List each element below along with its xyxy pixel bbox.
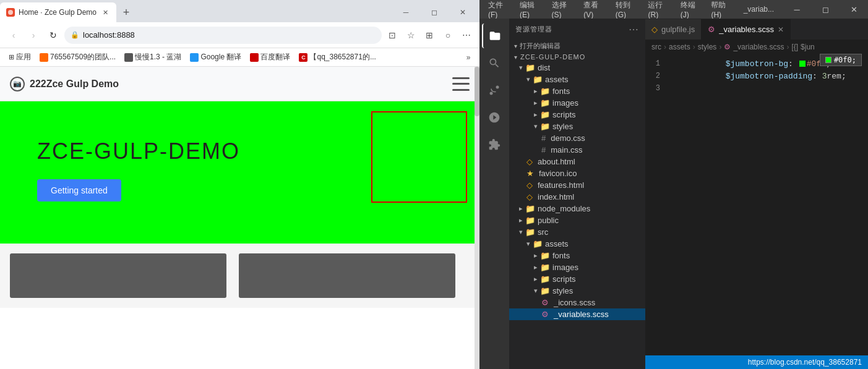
minimize-button[interactable]: ─ (392, 2, 420, 22)
activity-source-control[interactable] (482, 78, 507, 103)
refresh-button[interactable]: ↻ (45, 27, 62, 44)
vscode-maximize[interactable]: ◻ (811, 0, 840, 19)
tree-variables-scss[interactable]: ⚙ _variables.scss (509, 308, 645, 320)
folder-icon-public: 📁 (525, 216, 535, 225)
tree-icons-scss[interactable]: ⚙ _icons.scss (509, 297, 645, 308)
tab-gulpfile[interactable]: ◇ gulpfile.js (645, 19, 702, 40)
profile-icon[interactable]: ○ (440, 27, 456, 43)
line-num-2: 2 (645, 72, 668, 80)
tree-about-html[interactable]: ◇ about.html (509, 156, 645, 168)
tab-variables-scss[interactable]: ⚙ _variables.scss ✕ (702, 19, 791, 40)
tab-close-button[interactable]: ✕ (100, 7, 110, 17)
vscode-menu-bar: 文件(F) 编辑(E) 选择(S) 查看(V) 转到(G) 运行(R) 终端(J… (479, 0, 783, 19)
tree-main-css[interactable]: # main.css (509, 144, 645, 156)
url-text: localhost:8888 (83, 30, 376, 40)
menu-file[interactable]: 文件(F) (483, 0, 515, 19)
folder-icon-fonts: 📁 (540, 87, 550, 96)
folder-icon-src-images: 📁 (540, 263, 550, 272)
src-label: src (538, 227, 548, 237)
activity-search[interactable] (482, 51, 507, 75)
bookmark-icon-lanhu (124, 53, 133, 62)
tree-fonts[interactable]: 📁 fonts (509, 85, 645, 97)
scrollbar-thumb[interactable] (475, 67, 479, 116)
tree-root[interactable]: ZCE-GULP-DEMO (509, 52, 645, 62)
editor-body[interactable]: 1 $jumbotron-bg: #0f0; 2 $jumbotron-padd… (645, 54, 868, 355)
bookmark-team[interactable]: 765567509的团队... (36, 51, 119, 64)
url-bar[interactable]: 🔒 localhost:8888 (64, 27, 382, 44)
bookmark-lanhu[interactable]: 慢慢1.3 - 蓝湖 (121, 51, 185, 64)
back-button[interactable]: ‹ (5, 27, 22, 44)
tree-dist-assets[interactable]: 📁 assets (509, 74, 645, 85)
scrollbar[interactable] (475, 67, 479, 369)
sidebar-more-button[interactable]: ⋯ (629, 23, 639, 35)
tree-demo-css[interactable]: # demo.css (509, 132, 645, 144)
menu-view[interactable]: 查看(V) (578, 0, 611, 19)
tree-index-html[interactable]: ◇ index.html (509, 191, 645, 203)
tree-src-fonts[interactable]: 📁 fonts (509, 250, 645, 261)
menu-edit[interactable]: 编辑(E) (515, 0, 547, 19)
tab-close-x-button[interactable]: ✕ (778, 25, 784, 34)
folder-icon-scripts: 📁 (540, 110, 550, 119)
more-icon[interactable]: ⋯ (458, 27, 475, 43)
assets-label: assets (545, 75, 569, 84)
close-button[interactable]: ✕ (449, 2, 477, 22)
bookmark-google-translate[interactable]: Google 翻译 (186, 51, 245, 64)
tree-src-images[interactable]: 📁 images (509, 261, 645, 273)
activity-run-debug[interactable] (482, 105, 507, 130)
bookmarks-more-button[interactable]: » (462, 51, 475, 64)
tree-src[interactable]: 📁 src (509, 226, 645, 238)
menu-extra[interactable]: _variab... (739, 0, 779, 19)
tree-features-html[interactable]: ◇ features.html (509, 179, 645, 191)
sidebar-title: 资源管理器 (515, 25, 552, 34)
activity-explorer[interactable] (482, 23, 507, 48)
project-name: ZCE-GULP-DEMO (520, 53, 585, 61)
tree-favicon[interactable]: ★ favicon.ico (509, 168, 645, 179)
tree-dist[interactable]: 📁 dist (509, 62, 645, 74)
cast-icon[interactable]: ⊡ (384, 27, 400, 43)
svg-point-0 (8, 10, 13, 15)
tab-gulpfile-label: gulpfile.js (661, 25, 695, 34)
bookmark-icon[interactable]: ☆ (403, 27, 419, 43)
maximize-button[interactable]: ◻ (420, 2, 449, 22)
vscode-panel: 文件(F) 编辑(E) 选择(S) 查看(V) 转到(G) 运行(R) 终端(J… (479, 0, 868, 369)
extension-icon[interactable]: ⊞ (421, 27, 437, 43)
folder-icon-src-assets: 📁 (533, 239, 543, 248)
sidebar-header: 资源管理器 ⋯ (509, 19, 645, 40)
tree-src-styles[interactable]: 📁 styles (509, 285, 645, 297)
about-html-label: about.html (538, 157, 575, 166)
bookmark-baidu-translate[interactable]: 百度翻译 (246, 51, 294, 64)
folder-icon-images: 📁 (540, 98, 550, 108)
tab-bar: Home · Zce Gulp Demo ✕ + ─ ◻ ✕ (0, 0, 479, 22)
hero-cta-button[interactable]: Getting started (37, 179, 121, 201)
vscode-close[interactable]: ✕ (840, 0, 868, 19)
bookmark-csdn[interactable]: C 【qq_38652871的... (295, 51, 379, 64)
fonts-arrow (534, 87, 538, 95)
activity-extensions[interactable] (482, 132, 507, 157)
tree-scripts[interactable]: 📁 scripts (509, 109, 645, 121)
tab-gulpfile-icon: ◇ (651, 25, 658, 34)
tree-public[interactable]: 📁 public (509, 214, 645, 226)
forward-button[interactable]: › (25, 27, 42, 44)
bookmark-apps[interactable]: ⊞ 应用 (5, 51, 35, 64)
menu-goto[interactable]: 转到(G) (611, 0, 643, 19)
tree-src-assets[interactable]: 📁 assets (509, 238, 645, 250)
menu-help[interactable]: 帮助(H) (706, 0, 738, 19)
tree-styles[interactable]: 📁 styles (509, 121, 645, 132)
main-css-label: main.css (551, 145, 582, 155)
code-var-2: $jumbotron-padding (726, 72, 812, 81)
bookmark-icon-baidu (250, 53, 259, 62)
new-tab-button[interactable]: + (116, 2, 136, 22)
open-editors-section[interactable]: 打开的编辑器 (509, 40, 645, 52)
menu-run[interactable]: 运行(R) (643, 0, 675, 19)
menu-terminal[interactable]: 终端(J) (676, 0, 707, 19)
navbar-toggle-button[interactable] (452, 77, 470, 91)
tree-node-modules[interactable]: 📁 node_modules (509, 203, 645, 214)
open-editors-label: 打开的编辑器 (520, 41, 561, 51)
variables-scss-label: _variables.scss (554, 310, 609, 319)
tree-src-scripts[interactable]: 📁 scripts (509, 273, 645, 285)
tree-images[interactable]: 📁 images (509, 97, 645, 109)
browser-tab-active[interactable]: Home · Zce Gulp Demo ✕ (0, 2, 116, 22)
vscode-minimize[interactable]: ─ (783, 0, 811, 19)
node-modules-label: node_modules (538, 204, 590, 213)
menu-select[interactable]: 选择(S) (547, 0, 579, 19)
